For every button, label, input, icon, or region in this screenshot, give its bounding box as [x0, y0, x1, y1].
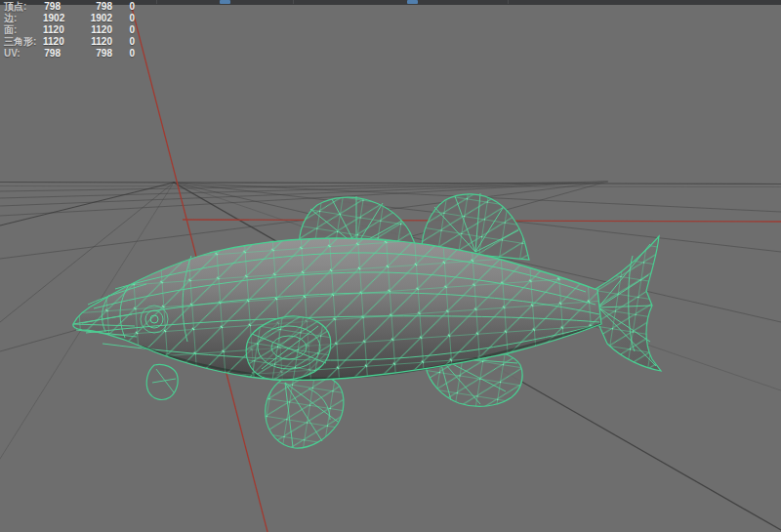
- toolbar-accent-icon: [407, 0, 418, 4]
- stat-value: 798: [61, 1, 112, 13]
- stat-value: 798: [43, 1, 61, 13]
- stat-value: 1902: [61, 13, 112, 24]
- stat-label: UV:: [4, 48, 43, 60]
- toolbar-divider: [293, 0, 294, 4]
- stat-value: 0: [112, 48, 135, 60]
- pelvic-fin-lower: [266, 375, 344, 448]
- tail-fin: [596, 236, 661, 371]
- stat-value: 798: [61, 48, 112, 60]
- stats-row-faces: 面: 1120 1120 0: [4, 24, 135, 36]
- pectoral-fin: [146, 364, 178, 399]
- stat-value: 1120: [61, 24, 112, 36]
- stat-value: 0: [112, 13, 135, 24]
- stats-overlay: 顶点: 798 798 0 边: 1902 1902 0 面: 1120 112…: [4, 1, 135, 60]
- viewport-3d[interactable]: 顶点: 798 798 0 边: 1902 1902 0 面: 1120 112…: [0, 0, 781, 532]
- toolbar-accent-icon: [220, 0, 230, 4]
- stat-value: 798: [43, 48, 61, 60]
- stat-value: 1120: [43, 24, 61, 36]
- toolbar-divider: [508, 0, 509, 4]
- stats-row-edges: 边: 1902 1902 0: [4, 13, 135, 24]
- stats-row-uv: UV: 798 798 0: [4, 48, 135, 60]
- scene-canvas[interactable]: [0, 0, 781, 532]
- stats-row-triangles: 三角形: 1120 1120 0: [4, 36, 135, 48]
- stat-label: 边:: [4, 13, 43, 24]
- stat-label: 面:: [4, 24, 43, 36]
- stat-value: 0: [112, 24, 135, 36]
- stat-value: 0: [112, 1, 135, 13]
- stat-label: 三角形:: [4, 36, 43, 48]
- stat-value: 0: [112, 36, 135, 48]
- stat-value: 1120: [61, 36, 112, 48]
- fish-model[interactable]: [73, 193, 661, 448]
- stat-value: 1902: [43, 13, 61, 24]
- stat-value: 1120: [43, 36, 61, 48]
- stats-row-vertices: 顶点: 798 798 0: [4, 1, 135, 13]
- stat-label: 顶点:: [4, 1, 43, 13]
- toolbar-divider: [156, 0, 157, 4]
